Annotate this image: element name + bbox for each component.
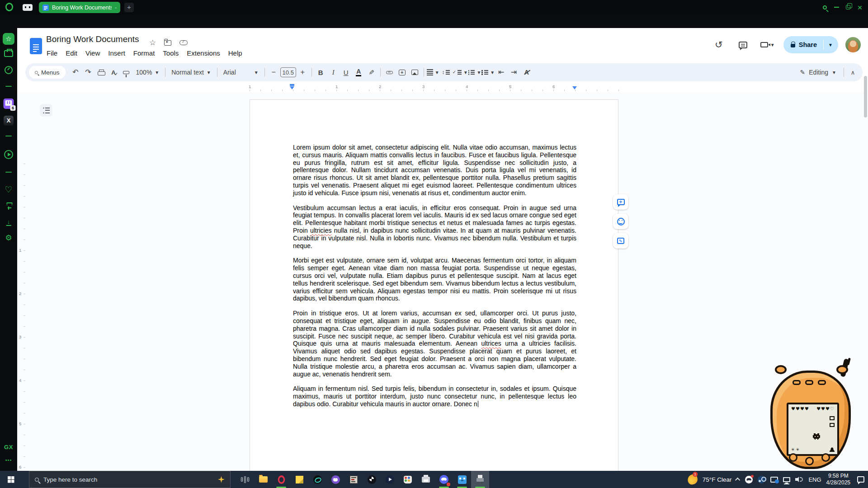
discord-app[interactable] [435,471,453,488]
document-status-cloud-icon[interactable] [179,40,188,45]
account-avatar[interactable] [845,37,861,52]
misspelled-word[interactable]: ultricies [310,227,331,234]
paragraph-style-select[interactable]: Normal text▼ [168,66,214,79]
italic-button[interactable]: I [327,66,340,79]
scrollbar-thumb[interactable] [864,76,867,117]
gx-corner-icon[interactable] [23,4,33,11]
tab-search-button[interactable] [819,2,830,12]
sidebar-settings-button[interactable]: ⚙ [5,234,12,242]
insert-link-button[interactable] [383,66,396,79]
sidebar-workspace-button[interactable] [4,50,13,57]
sidebar-twitch-button[interactable]: 6 [4,99,14,109]
font-size-input[interactable]: 10.5 [280,67,296,77]
menu-format[interactable]: Format [129,48,159,58]
network-icon[interactable] [783,477,790,482]
paragraph[interactable]: Morbi eget est vulputate, ornare sem id,… [293,257,576,302]
star-document-icon[interactable]: ☆ [149,38,156,47]
share-dropdown-button[interactable]: ▼ [823,40,838,50]
zoom-select[interactable]: 100%▼ [133,66,163,79]
menu-tools[interactable]: Tools [159,48,183,58]
weather-icon[interactable]: 1 [686,474,698,486]
opera-gx-app[interactable] [272,471,290,488]
volume-icon[interactable] [795,476,803,483]
sticky-notes-app[interactable] [290,471,308,488]
bold-button[interactable]: B [315,66,327,79]
sidebar-favorites-button[interactable]: ♡ [5,185,12,194]
menu-view[interactable]: View [81,48,104,58]
language-indicator[interactable]: ENG [808,476,821,483]
maximize-button[interactable] [843,2,854,12]
sidebar-more-button[interactable]: ••• [5,457,12,463]
menu-extensions[interactable]: Extensions [183,48,224,58]
copilot-sparkle-icon[interactable] [218,476,225,483]
ruler-horizontal[interactable]: 1123456 [250,84,619,91]
unity-app[interactable] [308,471,326,488]
top-button-a[interactable] [793,380,801,385]
sidebar-gx-control-button[interactable] [5,66,13,74]
add-comment-rail-button[interactable]: + [613,194,628,210]
paragraph[interactable]: Proin in tristique eros. Ut at lorem var… [293,310,576,378]
weather-text[interactable]: 75°F Clear [703,476,732,483]
sidebar-x-button[interactable]: X [4,116,14,126]
obs-studio-app[interactable] [363,471,381,488]
tamagotchi-app-active[interactable] [471,471,489,488]
menus-search-button[interactable]: Menus [29,66,66,79]
misspelled-word[interactable]: ultrices [481,340,501,347]
paint-app[interactable] [399,471,417,488]
document-title[interactable]: Boring Work Documents [46,34,139,44]
doc-text[interactable]: Lorem ipsum dolor sit amet, consectetur … [293,144,576,415]
media-player-app[interactable] [381,471,399,488]
cast-tray-icon[interactable] [770,477,778,483]
suggest-edits-button[interactable]: ✎ [613,233,628,249]
editing-mode-select[interactable]: ✎ Editing ▼ [796,69,841,76]
text-color-button[interactable]: A [353,66,365,79]
button-c[interactable] [821,453,830,462]
print-button[interactable] [95,66,107,79]
github-desktop-app[interactable] [326,471,344,488]
google-docs-logo-icon[interactable] [30,38,42,54]
taskbar-search-input[interactable]: Type here to search [29,471,231,488]
menu-help[interactable]: Help [224,48,246,58]
close-button[interactable]: × [854,2,865,12]
sidebar-pinboards-button[interactable] [5,202,12,210]
right-indent-marker[interactable] [572,86,577,89]
document-page[interactable]: Lorem ipsum dolor sit amet, consectetur … [250,99,618,471]
sidebar-gx-corner-button[interactable]: ☆ [3,33,14,45]
opera-gx-logo-icon[interactable] [5,3,13,11]
share-button[interactable]: Share ▼ [783,36,838,53]
paint-format-button[interactable] [120,66,132,79]
steam-tray-icon[interactable] [758,476,765,483]
task-view-button[interactable] [236,471,254,488]
font-select[interactable]: Arial▼ [220,66,262,79]
paragraph[interactable]: Lorem ipsum dolor sit amet, consectetur … [293,144,576,197]
menu-insert[interactable]: Insert [104,48,129,58]
top-button-c[interactable] [818,380,826,385]
menu-file[interactable]: File [42,48,61,58]
move-to-folder-icon[interactable] [164,40,171,46]
increase-font-size-button[interactable]: + [297,66,309,79]
show-outline-button[interactable] [40,104,52,117]
spellcheck-button[interactable]: A [108,66,120,79]
minimize-button[interactable] [831,2,842,12]
emoji-reaction-button[interactable] [613,214,628,229]
new-tab-button[interactable]: + [124,3,134,12]
add-comment-button[interactable]: + [396,66,408,79]
browser-tab[interactable]: Boring Work Documents - [39,2,120,13]
decrease-font-size-button[interactable]: − [268,66,280,79]
top-button-b[interactable] [805,380,813,385]
meet-button[interactable]: ▼ [759,36,776,53]
align-button[interactable]: ▼ [427,66,439,79]
ruler-vertical[interactable]: 1234567 [18,164,25,471]
paragraph[interactable]: Vestibulum accumsan lectus a erat iaculi… [293,204,576,250]
checklist-button[interactable]: ✓▼ [453,66,468,79]
sidebar-player-button[interactable] [4,150,13,159]
tamagotchi-widget[interactable]: ♥♥♥♥ ♥♥♥♡ ✳✳ [769,359,854,471]
first-line-indent-marker[interactable] [290,84,294,86]
bulleted-list-button[interactable]: ▼ [468,66,481,79]
paragraph[interactable]: Aliquam in fermentum nisl. Sed turpis fe… [293,385,576,408]
sidebar-downloads-button[interactable]: ↓ [6,219,11,226]
start-button[interactable] [0,471,22,488]
version-history-button[interactable]: ↺ [710,36,727,53]
action-center-icon[interactable] [857,476,864,483]
increase-indent-button[interactable]: ⇥ [508,66,520,79]
